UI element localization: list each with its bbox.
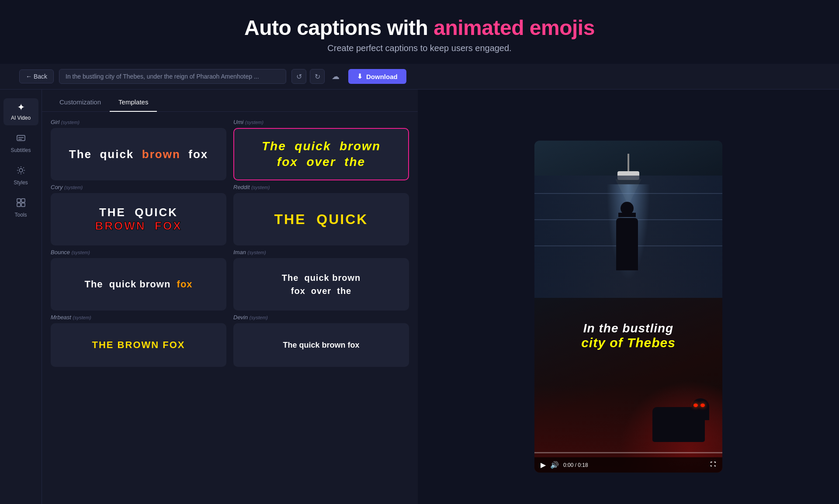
template-card-mrbeast[interactable]: THE BROWN FOX xyxy=(51,323,226,367)
template-card-reddit[interactable]: THE QUICK xyxy=(233,193,409,245)
template-card-bounce[interactable]: The quick brown fox xyxy=(51,258,226,311)
tools-icon xyxy=(16,198,26,209)
download-button[interactable]: ⬇ Download xyxy=(348,69,406,84)
template-label-bounce: Bounce (system) xyxy=(51,249,226,255)
page-subtitle: Create perfect captions to keep users en… xyxy=(9,43,830,53)
undo-icon: ↺ xyxy=(296,72,302,81)
toolbar: ← Back In the bustling city of Thebes, u… xyxy=(0,64,839,90)
toolbar-text-content: In the bustling city of Thebes, under th… xyxy=(59,69,286,84)
template-card-iman[interactable]: The quick brownfox over the xyxy=(233,258,409,311)
content-panel: Customization Templates Girl (system) Th… xyxy=(42,90,418,504)
templates-right-col: Umi (system) The quick brownfox over the… xyxy=(233,119,409,370)
svg-rect-4 xyxy=(17,199,21,202)
templates-left-col: Girl (system) The quick brown fox Cory (… xyxy=(51,119,226,370)
template-item-mrbeast: Mrbeast (system) THE BROWN FOX xyxy=(51,314,226,367)
title-highlight: animated emojis xyxy=(433,16,595,39)
back-button[interactable]: ← Back xyxy=(19,69,54,83)
template-card-umi[interactable]: The quick brownfox over the xyxy=(233,128,409,180)
template-item-girl: Girl (system) The quick brown fox xyxy=(51,119,226,180)
iman-preview-text: The quick brownfox over the xyxy=(282,271,361,297)
umi-preview-text: The quick brownfox over the xyxy=(262,138,381,170)
sidebar-item-label: AI Video xyxy=(11,115,31,121)
download-icon: ⬇ xyxy=(357,72,363,80)
template-label-reddit: Reddit (system) xyxy=(233,184,409,190)
svg-point-3 xyxy=(19,169,23,172)
sidebar-item-label: Tools xyxy=(14,212,27,218)
tabs: Customization Templates xyxy=(42,93,418,112)
cory-preview-text: THE QUICK BROWN FOX xyxy=(95,206,182,233)
template-label-mrbeast: Mrbeast (system) xyxy=(51,314,226,321)
video-background: In the bustling city of Thebes ▶ 🔊 0:00 … xyxy=(534,141,722,473)
template-label-girl: Girl (system) xyxy=(51,119,226,125)
template-item-bounce: Bounce (system) The quick brown fox xyxy=(51,249,226,311)
play-button[interactable]: ▶ xyxy=(541,461,546,469)
sidebar-item-subtitles[interactable]: Subtitles xyxy=(3,129,38,158)
template-item-cory: Cory (system) THE QUICK BROWN FOX xyxy=(51,184,226,245)
header: Auto captions with animated emojis Creat… xyxy=(0,0,839,64)
ai-video-icon: ✦ xyxy=(17,103,25,112)
cloud-button[interactable]: ☁ xyxy=(328,69,343,84)
volume-button[interactable]: 🔊 xyxy=(550,461,559,469)
subtitles-icon xyxy=(16,133,26,145)
sidebar-item-tools[interactable]: Tools xyxy=(3,193,38,222)
caption-line2: city of Thebes xyxy=(544,335,713,350)
template-label-devin: Devin (system) xyxy=(233,314,409,321)
title-plain: Auto captions with xyxy=(244,16,433,39)
sidebar: ✦ AI Video Subtitles Styles xyxy=(0,90,42,504)
sidebar-item-label: Subtitles xyxy=(10,147,31,153)
undo-button[interactable]: ↺ xyxy=(291,69,306,84)
video-panel: In the bustling city of Thebes ▶ 🔊 0:00 … xyxy=(418,90,839,504)
template-label-cory: Cory (system) xyxy=(51,184,226,190)
devin-preview: The quick brown fox xyxy=(283,341,359,350)
download-label: Download xyxy=(366,73,398,80)
toolbar-icons: ↺ ↻ ☁ xyxy=(291,69,343,84)
templates-container[interactable]: Girl (system) The quick brown fox Cory (… xyxy=(42,112,418,504)
template-item-reddit: Reddit (system) THE QUICK xyxy=(233,184,409,245)
template-label-umi: Umi (system) xyxy=(233,119,409,125)
tab-customization[interactable]: Customization xyxy=(51,93,110,112)
template-card-devin[interactable]: The quick brown fox xyxy=(233,323,409,367)
template-label-iman: Iman (system) xyxy=(233,249,409,255)
tab-templates[interactable]: Templates xyxy=(110,93,157,112)
video-time: 0:00 / 0:18 xyxy=(563,462,706,468)
video-progress-bar[interactable] xyxy=(534,452,722,453)
cloud-icon: ☁ xyxy=(332,72,340,81)
templates-grid: Girl (system) The quick brown fox Cory (… xyxy=(51,119,409,370)
page-title: Auto captions with animated emojis xyxy=(9,16,830,40)
styles-icon xyxy=(16,166,26,177)
fullscreen-button[interactable] xyxy=(710,461,716,469)
girl-preview-text: The quick brown fox xyxy=(69,148,208,161)
svg-rect-6 xyxy=(17,203,21,207)
template-item-devin: Devin (system) The quick brown fox xyxy=(233,314,409,367)
template-card-cory[interactable]: THE QUICK BROWN FOX xyxy=(51,193,226,245)
svg-rect-0 xyxy=(17,135,25,141)
video-container: In the bustling city of Thebes ▶ 🔊 0:00 … xyxy=(534,141,722,473)
main-layout: ✦ AI Video Subtitles Styles xyxy=(0,90,839,504)
redo-icon: ↻ xyxy=(315,72,320,81)
template-item-iman: Iman (system) The quick brownfox over th… xyxy=(233,249,409,311)
sidebar-item-styles[interactable]: Styles xyxy=(3,161,38,190)
svg-rect-5 xyxy=(21,199,25,202)
sidebar-item-label: Styles xyxy=(14,180,28,186)
redo-button[interactable]: ↻ xyxy=(310,69,325,84)
video-caption: In the bustling city of Thebes xyxy=(544,321,713,350)
video-controls: ▶ 🔊 0:00 / 0:18 xyxy=(534,457,722,473)
template-item-umi: Umi (system) The quick brownfox over the xyxy=(233,119,409,180)
caption-line1: In the bustling xyxy=(544,321,713,335)
sidebar-item-ai-video[interactable]: ✦ AI Video xyxy=(3,98,38,125)
svg-rect-7 xyxy=(21,203,25,207)
mrbeast-preview: THE BROWN FOX xyxy=(92,339,185,351)
bounce-preview-text: The quick brown fox xyxy=(84,279,192,290)
template-card-girl[interactable]: The quick brown fox xyxy=(51,128,226,180)
reddit-preview-text: THE QUICK xyxy=(274,211,368,228)
